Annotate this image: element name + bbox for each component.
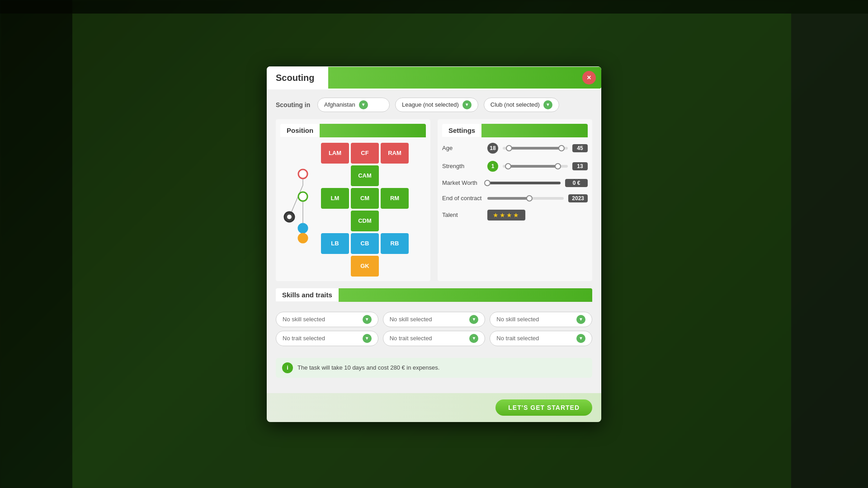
position-tree-diagram (280, 164, 316, 255)
skill-col-3: No skill selected ▼ No trait selected ▼ (490, 312, 592, 346)
position-lm[interactable]: LM (321, 188, 349, 209)
pos-empty-1 (321, 165, 349, 186)
market-worth-handle[interactable] (484, 180, 491, 186)
end-of-contract-row: End of contract 2023 (442, 194, 588, 202)
skill-col-2: No skill selected ▼ No trait selected ▼ (383, 312, 486, 346)
country-dropdown-arrow: ▼ (359, 100, 368, 109)
market-worth-row: Market Worth 0 € (442, 179, 588, 187)
country-dropdown[interactable]: Afghanistan ▼ (317, 98, 390, 112)
age-slider[interactable] (503, 147, 568, 150)
club-dropdown[interactable]: Club (not selected) ▼ (484, 98, 559, 112)
pos-empty-4 (381, 211, 409, 231)
position-cdm[interactable]: CDM (351, 211, 379, 231)
position-rb[interactable]: RB (381, 233, 409, 254)
market-worth-label: Market Worth (442, 179, 483, 186)
end-of-contract-value: 2023 (568, 194, 588, 202)
skill-arrow-1: ▼ (363, 315, 372, 324)
strength-min-handle[interactable] (505, 163, 511, 169)
skill-arrow-2: ▼ (469, 315, 478, 324)
position-cam[interactable]: CAM (351, 165, 379, 186)
skill-value-3: No skill selected (496, 316, 574, 323)
skills-section-header: Skills and traits (276, 288, 592, 302)
position-gk[interactable]: GK (351, 256, 379, 277)
club-value: Club (not selected) (491, 101, 540, 108)
svg-point-9 (298, 224, 307, 233)
skill-dropdown-3[interactable]: No skill selected ▼ (490, 312, 592, 327)
league-dropdown[interactable]: League (not selected) ▼ (395, 98, 478, 112)
trait-dropdown-1[interactable]: No trait selected ▼ (276, 331, 378, 346)
age-min-handle[interactable] (506, 145, 512, 151)
club-dropdown-arrow: ▼ (543, 100, 552, 109)
modal-body: Scouting in Afghanistan ▼ League (not se… (267, 89, 601, 393)
modal-header: Scouting × (267, 66, 601, 89)
trait-arrow-2: ▼ (469, 334, 478, 343)
end-of-contract-label: End of contract (442, 195, 483, 202)
strength-slider[interactable] (503, 165, 568, 168)
tree-svg (280, 164, 316, 255)
position-section-header: Position (280, 124, 426, 137)
league-value: League (not selected) (402, 101, 459, 108)
skill-dropdown-1[interactable]: No skill selected ▼ (276, 312, 378, 327)
modal-footer: LET'S GET STARTED (267, 393, 601, 422)
talent-stars[interactable]: ★★★★ (487, 210, 525, 221)
country-value: Afghanistan (324, 101, 355, 108)
trait-value-1: No trait selected (283, 335, 360, 342)
skill-value-1: No skill selected (283, 316, 360, 323)
skills-section: Skills and traits No skill selected ▼ No… (276, 288, 592, 351)
trait-value-3: No trait selected (496, 335, 574, 342)
position-rm[interactable]: RM (381, 188, 409, 209)
trait-dropdown-3[interactable]: No trait selected ▼ (490, 331, 592, 346)
settings-title: Settings (442, 124, 481, 137)
skill-dropdown-2[interactable]: No skill selected ▼ (383, 312, 486, 327)
talent-row: Talent ★★★★ (442, 210, 588, 221)
modal-title-bar (328, 67, 601, 89)
position-panel: Position (276, 119, 430, 281)
position-cf[interactable]: CF (351, 143, 379, 164)
info-row: i The task will take 10 days and cost 28… (276, 358, 592, 378)
info-text: The task will take 10 days and cost 280 … (297, 364, 439, 371)
strength-max-handle[interactable] (555, 163, 561, 169)
strength-min-badge: 1 (487, 161, 498, 172)
scouting-modal: Scouting × Scouting in Afghanistan ▼ Lea… (267, 66, 601, 422)
settings-section-header: Settings (442, 124, 588, 137)
strength-max-badge: 13 (572, 162, 588, 170)
league-dropdown-arrow: ▼ (462, 100, 472, 109)
age-max-badge: 45 (572, 144, 588, 152)
pos-empty-5 (321, 256, 349, 277)
two-col-layout: Position (276, 119, 592, 281)
position-cm[interactable]: CM (351, 188, 379, 209)
scouting-in-label: Scouting in (276, 101, 312, 108)
strength-label: Strength (442, 163, 483, 169)
position-cb[interactable]: CB (351, 233, 379, 254)
position-lb[interactable]: LB (321, 233, 349, 254)
market-worth-slider[interactable] (487, 182, 561, 184)
position-title-bar (320, 124, 426, 137)
trait-arrow-1: ▼ (363, 334, 372, 343)
skill-value-2: No skill selected (390, 316, 467, 323)
age-min-badge: 18 (487, 143, 498, 154)
svg-point-6 (298, 192, 307, 201)
scouting-in-row: Scouting in Afghanistan ▼ League (not se… (276, 98, 592, 112)
close-button[interactable]: × (582, 71, 596, 84)
skill-col-1: No skill selected ▼ No trait selected ▼ (276, 312, 378, 346)
position-lam[interactable]: LAM (321, 143, 349, 164)
market-worth-value: 0 € (565, 179, 588, 187)
pos-empty-3 (321, 211, 349, 231)
strength-row: Strength 1 13 (442, 161, 588, 172)
info-icon: i (282, 362, 293, 373)
end-of-contract-handle[interactable] (526, 195, 533, 202)
skills-grid: No skill selected ▼ No trait selected ▼ … (276, 307, 592, 351)
age-label: Age (442, 145, 483, 151)
settings-panel: Settings Age 18 45 (438, 119, 592, 281)
position-ram[interactable]: RAM (381, 143, 409, 164)
svg-point-5 (298, 169, 307, 178)
trait-arrow-3: ▼ (576, 334, 585, 343)
age-max-handle[interactable] (558, 145, 565, 151)
modal-backdrop: Scouting × Scouting in Afghanistan ▼ Lea… (0, 0, 868, 488)
trait-dropdown-2[interactable]: No trait selected ▼ (383, 331, 486, 346)
svg-point-8 (287, 215, 292, 219)
pos-empty-6 (381, 256, 409, 277)
end-of-contract-slider[interactable] (487, 197, 564, 200)
start-button[interactable]: LET'S GET STARTED (495, 399, 592, 416)
modal-title: Scouting (267, 66, 324, 89)
